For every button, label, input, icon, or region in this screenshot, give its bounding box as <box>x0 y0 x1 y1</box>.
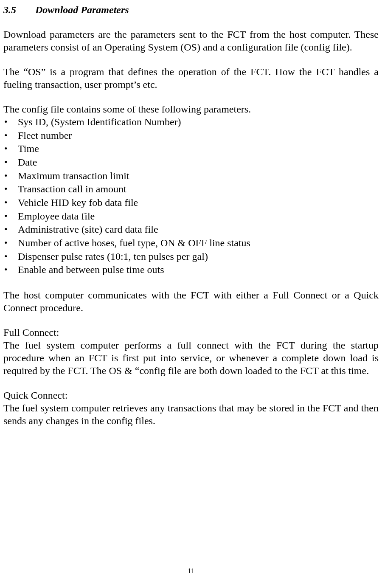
list-item: Enable and between pulse time outs <box>3 263 379 277</box>
section-heading: 3.5Download Parameters <box>3 3 379 16</box>
page-number: 11 <box>0 566 382 575</box>
full-connect-text: The fuel system computer performs a full… <box>3 339 379 377</box>
paragraph-communication: The host computer communicates with the … <box>3 289 379 314</box>
quick-connect-block: Quick Connect: The fuel system computer … <box>3 389 379 427</box>
list-item: Time <box>3 142 379 156</box>
config-bullet-list: Sys ID, (System Identification Number) F… <box>3 115 379 277</box>
list-item: Employee data file <box>3 210 379 223</box>
quick-connect-label: Quick Connect: <box>3 389 379 402</box>
section-title: Download Parameters <box>35 4 129 15</box>
full-connect-label: Full Connect: <box>3 326 379 339</box>
list-item: Date <box>3 156 379 169</box>
full-connect-block: Full Connect: The fuel system computer p… <box>3 326 379 377</box>
list-item: Administrative (site) card data file <box>3 223 379 236</box>
list-item: Fleet number <box>3 129 379 143</box>
section-number: 3.5 <box>3 3 16 16</box>
list-item: Dispenser pulse rates (10:1, ten pulses … <box>3 250 379 264</box>
paragraph-intro: Download parameters are the parameters s… <box>3 28 379 53</box>
list-item: Sys ID, (System Identification Number) <box>3 115 379 129</box>
list-item: Vehicle HID key fob data file <box>3 196 379 210</box>
list-item: Number of active hoses, fuel type, ON & … <box>3 236 379 250</box>
config-list-block: The config file contains some of these f… <box>3 103 379 277</box>
list-item: Transaction call in amount <box>3 183 379 196</box>
list-intro: The config file contains some of these f… <box>3 103 379 115</box>
quick-connect-text: The fuel system computer retrieves any t… <box>3 402 379 427</box>
paragraph-os: The “OS” is a program that defines the o… <box>3 65 379 91</box>
list-item: Maximum transaction limit <box>3 169 379 183</box>
